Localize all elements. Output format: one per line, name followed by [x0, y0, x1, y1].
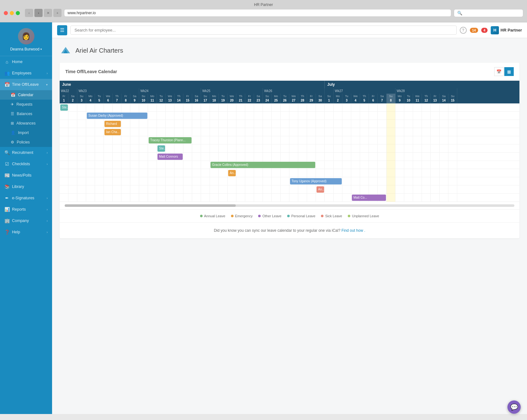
balances-icon: ☰	[11, 112, 14, 116]
browser-title: HR Partner	[4, 3, 523, 7]
help-circle-icon[interactable]: ?	[460, 27, 467, 34]
legend-label: Unplanned Leave	[352, 214, 379, 218]
home-icon: ⌂	[4, 59, 9, 64]
policies-icon: ⚙	[11, 140, 14, 144]
close-button[interactable]	[4, 11, 8, 15]
forward-button[interactable]: ›	[34, 9, 43, 17]
library-icon: 📚	[4, 184, 9, 189]
checklists-icon: ☑	[4, 161, 9, 166]
calendar-grid-container[interactable]: JuneJulyWk22Wk23Wk24Wk25Wk26Wk27Wk28Fr1S…	[60, 81, 519, 202]
chevron-right-icon-4: ›	[47, 196, 48, 200]
user-name[interactable]: Deanna Burwood ▾	[10, 47, 42, 51]
chevron-down-icon: ▾	[46, 83, 48, 86]
legend-dot	[287, 215, 290, 217]
search-icon: 🔍	[457, 11, 462, 15]
sidebar-item-allowances[interactable]: ⊞ Allowances	[0, 119, 52, 128]
sidebar-item-esignatures[interactable]: ✒ e-Signatures ›	[0, 192, 52, 204]
sidebar-item-library[interactable]: 📚 Library	[0, 181, 52, 192]
calendar-header: Time Off/Leave Calendar 📅 ▦	[60, 63, 519, 81]
close-tab-button[interactable]: ✕	[44, 9, 52, 17]
sidebar: 👩 Deanna Burwood ▾ ⌂ Home 👥 Employees › …	[0, 22, 52, 414]
legend-label: Other Leave	[262, 214, 281, 218]
recruitment-icon: 🔍	[4, 150, 9, 155]
browser-search-input[interactable]	[464, 11, 520, 15]
legend-item: Emergency	[231, 214, 253, 218]
list-view-button[interactable]: 📅	[494, 67, 504, 76]
find-out-link[interactable]: Find out how .	[341, 228, 365, 233]
import-icon: 👤	[11, 131, 15, 135]
sidebar-item-checklists[interactable]: ☑ Checklists ›	[0, 158, 52, 170]
list-view-icon: 📅	[496, 69, 501, 74]
sidebar-item-requests[interactable]: ✈ Requests	[0, 100, 52, 109]
view-toggle: 📅 ▦	[494, 67, 514, 76]
notification-badge-orange[interactable]: 14	[470, 28, 478, 33]
url-bar[interactable]	[64, 9, 451, 17]
employee-search-input[interactable]	[70, 26, 457, 35]
user-profile[interactable]: 👩 Deanna Burwood ▾	[0, 22, 52, 56]
legend-item: Personal Leave	[287, 214, 315, 218]
reports-icon: 📊	[4, 207, 9, 212]
info-footer: Did you know you can sync our leave cale…	[60, 222, 519, 238]
grid-view-button[interactable]: ▦	[504, 67, 514, 76]
chevron-down-icon: ▾	[40, 48, 42, 51]
notification-badge-red[interactable]: 4	[481, 28, 488, 33]
chevron-right-icon-2: ›	[47, 151, 48, 155]
chevron-right-icon-5: ›	[47, 208, 48, 211]
chevron-right-icon: ›	[47, 72, 48, 75]
brand-logo: H HR Partner	[491, 26, 522, 34]
sidebar-item-import[interactable]: 👤 Import	[0, 128, 52, 137]
chat-button[interactable]: 💬	[507, 400, 521, 414]
minimize-button[interactable]	[10, 11, 14, 15]
chevron-right-icon-3: ›	[47, 162, 48, 166]
company-header: Ariel Air Charters	[60, 44, 519, 56]
hamburger-button[interactable]: ☰	[57, 25, 67, 35]
legend-label: Sick Leave	[325, 214, 342, 218]
chevron-right-icon-7: ›	[47, 230, 48, 234]
sidebar-item-reports[interactable]: 📊 Reports ›	[0, 204, 52, 215]
legend: Annual LeaveEmergencyOther LeavePersonal…	[60, 209, 519, 222]
new-tab-button[interactable]: +	[53, 9, 62, 17]
sidebar-item-policies[interactable]: ⚙ Policies	[0, 137, 52, 147]
employees-icon: 👥	[4, 71, 9, 76]
sidebar-item-newspolls[interactable]: 📰 News/Polls	[0, 170, 52, 181]
back-button[interactable]: ‹	[25, 9, 33, 17]
company-name: Ariel Air Charters	[75, 47, 123, 54]
legend-dot	[348, 215, 350, 217]
scroll-bar-container[interactable]	[60, 202, 519, 209]
calendar-section: Time Off/Leave Calendar 📅 ▦ JuneJulyWk22…	[60, 63, 519, 238]
sidebar-item-balances[interactable]: ☰ Balances	[0, 109, 52, 119]
help-icon: ❓	[4, 230, 9, 235]
sidebar-item-calendar[interactable]: 📅 Calendar	[0, 90, 52, 100]
sidebar-item-employees[interactable]: 👥 Employees ›	[0, 67, 52, 79]
legend-item: Annual Leave	[200, 214, 225, 218]
grid-view-icon: ▦	[507, 69, 511, 74]
browser-search[interactable]: 🔍	[454, 9, 523, 17]
legend-dot	[231, 215, 234, 217]
sidebar-item-home[interactable]: ⌂ Home	[0, 56, 52, 67]
esig-icon: ✒	[4, 195, 9, 201]
sidebar-item-timeoff[interactable]: 📅 Time Off/Leave ▾	[0, 79, 52, 90]
legend-dot	[321, 215, 323, 217]
news-icon: 📰	[4, 173, 9, 178]
legend-item: Sick Leave	[321, 214, 342, 218]
main-content: ☰ ? 14 4 H HR Partner Ariel Air Charter	[52, 22, 527, 414]
chevron-right-icon-6: ›	[47, 219, 48, 223]
legend-label: Annual Leave	[204, 214, 225, 218]
legend-label: Emergency	[235, 214, 253, 218]
allowances-icon: ⊞	[11, 121, 14, 125]
legend-item: Unplanned Leave	[348, 214, 379, 218]
top-bar: ☰ ? 14 4 H HR Partner	[52, 22, 527, 38]
sidebar-item-help[interactable]: ❓ Help ›	[0, 226, 52, 238]
sidebar-item-company[interactable]: 🏢 Company ›	[0, 215, 52, 226]
avatar: 👩	[18, 28, 34, 44]
company-logo-icon	[60, 44, 72, 56]
maximize-button[interactable]	[16, 11, 20, 15]
legend-label: Personal Leave	[291, 214, 315, 218]
sidebar-item-recruitment[interactable]: 🔍 Recruitment ›	[0, 147, 52, 158]
scroll-thumb[interactable]	[65, 204, 236, 207]
company-icon: 🏢	[4, 218, 9, 223]
calendar-grid: JuneJulyWk22Wk23Wk24Wk25Wk26Wk27Wk28Fr1S…	[60, 81, 519, 202]
calendar-title: Time Off/Leave Calendar	[65, 69, 117, 74]
legend-dot	[258, 215, 261, 217]
scroll-bar[interactable]	[65, 204, 514, 207]
